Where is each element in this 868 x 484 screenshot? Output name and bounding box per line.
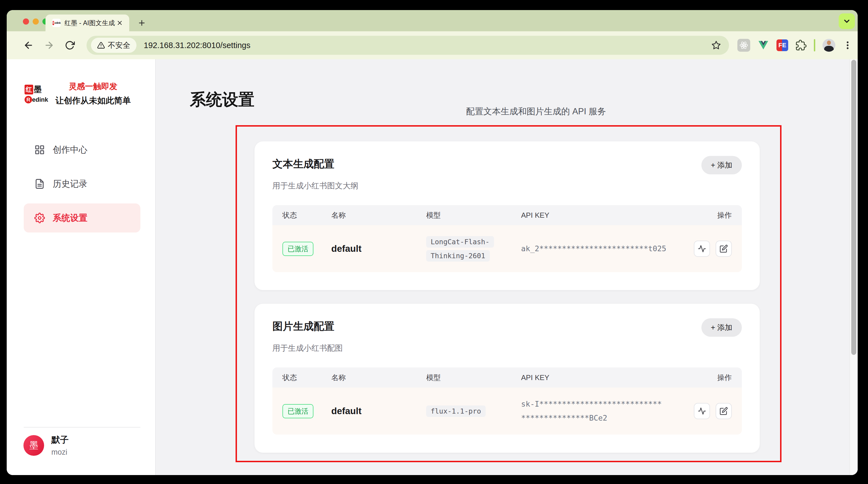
document-icon <box>34 178 45 189</box>
redink-logo-icon: 红 墨 R edink <box>25 84 48 104</box>
window-controls <box>23 19 49 25</box>
kebab-menu-icon <box>843 40 852 50</box>
logo-hong: 红 <box>25 85 33 94</box>
model-chip: Thinking-2601 <box>426 250 490 261</box>
back-button[interactable] <box>21 38 36 53</box>
security-chip[interactable]: 不安全 <box>91 38 136 53</box>
config-name: default <box>331 406 426 416</box>
page-scrollbar <box>849 59 858 475</box>
sidebar-nav: 创作中心 历史记录 系统设置 <box>24 135 141 232</box>
settings-page: 系统设置 配置文本生成和图片生成的 API 服务 文本生成配置 + 添加 用于生… <box>156 59 858 475</box>
app-logo: 红 墨 R edink 灵感一触即发 让创作从未如此简单 <box>25 81 131 107</box>
tab-strip: R edink 红墨 - AI图文生成器 <box>7 10 858 31</box>
close-window-button[interactable] <box>23 19 29 25</box>
api-key-masked: ***************BCe2 <box>521 411 679 425</box>
browser-profile-avatar[interactable] <box>823 39 835 52</box>
chevron-down-icon <box>843 17 851 25</box>
redink-favicon-icon: R <box>52 21 55 25</box>
column-name: 名称 <box>331 210 426 220</box>
tab-title: 红墨 - AI图文生成器 <box>64 19 115 27</box>
text-generation-config-card: 文本生成配置 + 添加 用于生成小红书图文大纲 状态 名称 模型 API KEY… <box>254 141 760 290</box>
test-connection-button[interactable] <box>694 240 710 257</box>
gear-icon <box>34 213 45 223</box>
section-title: 文本生成配置 <box>272 157 334 171</box>
add-config-button[interactable]: + 添加 <box>702 318 742 337</box>
grid-icon <box>34 144 45 155</box>
browser-update-button[interactable] <box>839 13 855 29</box>
tab-close-icon[interactable] <box>115 19 124 27</box>
column-actions: 操作 <box>679 373 732 382</box>
section-description: 用于生成小红书图文大纲 <box>272 180 742 191</box>
config-table: 状态 名称 模型 API KEY 操作 已激活 default flux-1.1… <box>272 368 742 434</box>
extensions-puzzle-icon[interactable] <box>796 40 807 51</box>
arrow-left-icon <box>23 40 34 51</box>
status-badge: 已激活 <box>282 242 313 256</box>
edit-icon <box>719 245 728 253</box>
section-title: 图片生成配置 <box>272 319 334 333</box>
sidebar-item-label: 创作中心 <box>53 144 87 155</box>
reload-icon <box>65 40 75 50</box>
model-chip: flux-1.1-pro <box>426 405 486 417</box>
column-model: 模型 <box>426 373 521 382</box>
sidebar-item-label: 历史记录 <box>53 178 87 190</box>
tab-favicon: R edink <box>52 19 61 27</box>
user-name: 默子 <box>51 434 69 446</box>
user-profile[interactable]: 墨 默子 mozi <box>24 434 69 457</box>
sidebar: 红 墨 R edink 灵感一触即发 让创作从未如此简单 创作中心 <box>7 59 156 475</box>
column-api-key: API KEY <box>521 211 679 220</box>
toolbar-separator <box>814 39 815 51</box>
address-bar[interactable]: 不安全 192.168.31.202:8010/settings <box>87 36 729 55</box>
tagline-secondary: 让创作从未如此简单 <box>55 95 131 107</box>
edit-config-button[interactable] <box>716 403 732 419</box>
table-header: 状态 名称 模型 API KEY 操作 <box>272 368 742 388</box>
browser-window: R edink 红墨 - AI图文生成器 不安全 <box>7 10 858 475</box>
sidebar-item-creation-center[interactable]: 创作中心 <box>24 135 141 164</box>
api-key-masked: ak_2************************t025 <box>521 242 679 256</box>
sidebar-item-history[interactable]: 历史记录 <box>24 169 141 198</box>
fe-extension-icon[interactable]: FE <box>776 39 788 51</box>
edit-icon <box>719 407 728 415</box>
scrollbar-thumb[interactable] <box>851 60 856 355</box>
config-table: 状态 名称 模型 API KEY 操作 已激活 default LongCat-… <box>272 205 742 272</box>
sidebar-item-label: 系统设置 <box>53 212 87 224</box>
edit-config-button[interactable] <box>716 240 732 257</box>
browser-toolbar: 不安全 192.168.31.202:8010/settings FE <box>7 31 858 59</box>
api-key-masked: sk-I*************************** <box>521 397 679 411</box>
react-devtools-icon[interactable] <box>737 39 750 52</box>
browser-tab[interactable]: R edink 红墨 - AI图文生成器 <box>45 15 129 31</box>
bookmark-button[interactable] <box>711 40 722 51</box>
column-model: 模型 <box>426 210 521 220</box>
config-name: default <box>331 244 426 254</box>
reload-button[interactable] <box>63 38 77 53</box>
minimize-window-button[interactable] <box>33 19 39 25</box>
page-subtitle: 配置文本生成和图片生成的 API 服务 <box>466 106 606 117</box>
model-chip: LongCat-Flash- <box>426 236 494 248</box>
column-status: 状态 <box>282 210 331 220</box>
table-row: 已激活 default LongCat-Flash- Thinking-2601… <box>272 225 742 272</box>
section-description: 用于生成小红书配图 <box>272 343 742 353</box>
security-label: 不安全 <box>108 40 130 50</box>
table-header: 状态 名称 模型 API KEY 操作 <box>272 205 742 225</box>
arrow-right-icon <box>44 40 55 51</box>
test-connection-button[interactable] <box>694 403 710 419</box>
forward-button[interactable] <box>42 38 56 53</box>
warning-triangle-icon <box>97 41 105 49</box>
star-icon <box>711 40 721 50</box>
table-row: 已激活 default flux-1.1-pro sk-I***********… <box>272 388 742 434</box>
activity-icon <box>698 245 706 253</box>
browser-menu-button[interactable] <box>843 40 852 50</box>
logo-edink: edink <box>32 96 48 104</box>
add-config-button[interactable]: + 添加 <box>702 156 742 174</box>
status-badge: 已激活 <box>282 404 313 418</box>
sidebar-item-settings[interactable]: 系统设置 <box>24 203 141 232</box>
activity-icon <box>698 407 706 415</box>
logo-r-icon: R <box>25 96 32 104</box>
column-actions: 操作 <box>679 210 732 220</box>
vue-devtools-icon[interactable] <box>757 40 769 51</box>
column-status: 状态 <box>282 373 331 382</box>
extensions-row: FE <box>737 39 852 52</box>
column-name: 名称 <box>331 373 426 382</box>
logo-mo: 墨 <box>34 84 41 95</box>
page-title: 系统设置 <box>190 89 254 111</box>
new-tab-button[interactable] <box>137 18 147 28</box>
